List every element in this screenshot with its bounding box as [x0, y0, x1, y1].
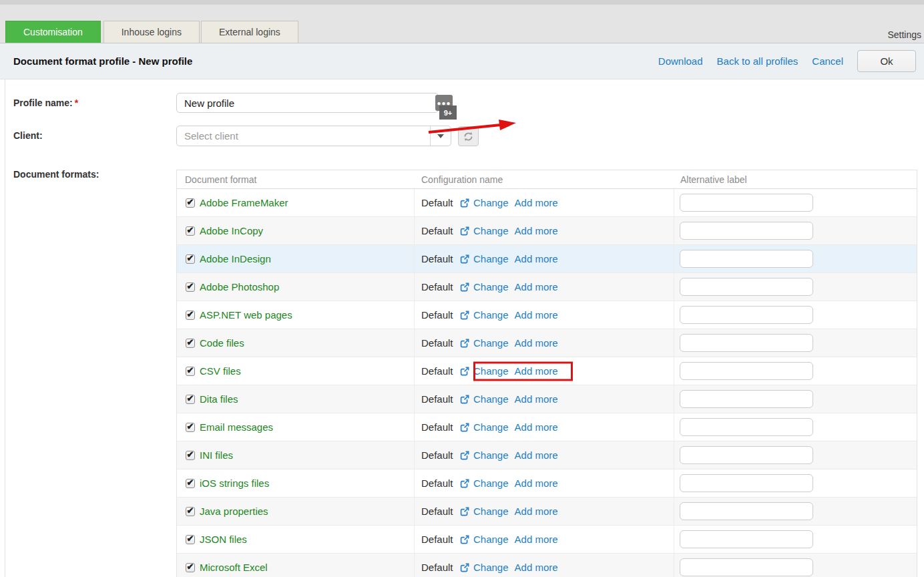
column-header-alternative-label: Alternative label	[674, 174, 917, 185]
external-link-icon[interactable]	[460, 367, 469, 376]
change-link[interactable]: Change	[473, 337, 509, 349]
client-select[interactable]: Select client	[176, 126, 451, 146]
add-more-link[interactable]: Add more	[515, 393, 558, 405]
external-link-icon[interactable]	[460, 479, 469, 488]
external-link-icon[interactable]	[460, 451, 469, 460]
refresh-clients-button[interactable]	[458, 126, 479, 146]
add-more-link[interactable]: Add more	[515, 253, 558, 264]
alternative-label-input[interactable]	[680, 502, 813, 520]
tab-inhouse-logins[interactable]: Inhouse logins	[103, 21, 200, 43]
profile-name-input[interactable]	[176, 93, 439, 113]
add-more-link[interactable]: Add more	[515, 281, 558, 293]
external-link-icon[interactable]	[460, 423, 469, 432]
change-link[interactable]: Change	[473, 225, 509, 236]
configuration-cell: Default Change Add more	[415, 441, 674, 469]
ok-button[interactable]: Ok	[857, 50, 916, 72]
alternative-label-input[interactable]	[680, 250, 813, 268]
format-checkbox[interactable]: ✔	[186, 395, 195, 404]
format-checkbox[interactable]: ✔	[186, 479, 195, 488]
external-link-icon[interactable]	[460, 339, 469, 348]
add-more-link[interactable]: Add more	[515, 449, 558, 461]
format-name-link[interactable]: ASP.NET web pages	[200, 309, 292, 321]
alternative-label-input[interactable]	[680, 558, 813, 576]
format-checkbox[interactable]: ✔	[186, 563, 195, 572]
format-checkbox[interactable]: ✔	[186, 282, 195, 292]
external-link-icon[interactable]	[460, 226, 469, 236]
external-link-icon[interactable]	[460, 198, 469, 208]
add-more-link[interactable]: Add more	[515, 365, 558, 377]
format-name-link[interactable]: Adobe InDesign	[200, 253, 271, 264]
format-checkbox[interactable]: ✔	[186, 451, 195, 460]
external-link-icon[interactable]	[460, 563, 469, 572]
add-more-link[interactable]: Add more	[515, 197, 558, 208]
format-name-link[interactable]: Email messages	[200, 421, 273, 433]
format-checkbox[interactable]: ✔	[186, 198, 195, 208]
client-label: Client:	[13, 130, 43, 141]
add-more-link[interactable]: Add more	[515, 534, 558, 545]
format-name-link[interactable]: iOS strings files	[200, 477, 269, 489]
change-link[interactable]: Change	[473, 506, 509, 517]
alternative-label-input[interactable]	[680, 222, 813, 240]
change-link[interactable]: Change	[473, 309, 509, 321]
alternative-label-input[interactable]	[680, 194, 813, 212]
format-checkbox[interactable]: ✔	[186, 311, 195, 320]
add-more-link[interactable]: Add more	[515, 309, 558, 321]
settings-link[interactable]: Settings	[887, 29, 921, 40]
format-checkbox[interactable]: ✔	[186, 535, 195, 544]
format-name-link[interactable]: Adobe InCopy	[200, 225, 263, 236]
add-more-link[interactable]: Add more	[515, 421, 558, 433]
alternative-label-input[interactable]	[680, 334, 813, 352]
alternative-label-input[interactable]	[680, 418, 813, 436]
format-name-link[interactable]: Adobe FrameMaker	[200, 197, 288, 208]
client-select-arrow-button[interactable]	[430, 126, 451, 146]
format-checkbox[interactable]: ✔	[186, 339, 195, 348]
tab-customisation[interactable]: Customisation	[5, 21, 101, 43]
change-link[interactable]: Change	[473, 421, 509, 433]
change-link[interactable]: Change	[473, 477, 509, 489]
add-more-link[interactable]: Add more	[515, 225, 558, 236]
change-link[interactable]: Change	[473, 197, 509, 208]
add-more-link[interactable]: Add more	[515, 506, 558, 517]
format-name-link[interactable]: JSON files	[200, 534, 247, 545]
format-name-link[interactable]: Code files	[200, 337, 244, 349]
format-name-link[interactable]: INI files	[200, 449, 233, 461]
format-name-link[interactable]: Adobe Photoshop	[200, 281, 279, 293]
format-name-link[interactable]: Dita files	[200, 393, 238, 405]
change-link[interactable]: Change	[473, 365, 509, 377]
change-link[interactable]: Change	[473, 393, 509, 405]
alternative-label-input[interactable]	[680, 446, 813, 464]
alternative-label-input[interactable]	[680, 306, 813, 324]
alternative-label-input[interactable]	[680, 474, 813, 492]
external-link-icon[interactable]	[460, 507, 469, 516]
tab-external-logins[interactable]: External logins	[201, 21, 298, 43]
external-link-icon[interactable]	[460, 535, 469, 544]
external-link-icon[interactable]	[460, 254, 469, 264]
format-checkbox[interactable]: ✔	[186, 423, 195, 432]
external-link-icon[interactable]	[460, 311, 469, 320]
add-more-link[interactable]: Add more	[515, 477, 558, 489]
cancel-link[interactable]: Cancel	[812, 55, 843, 67]
add-more-link[interactable]: Add more	[515, 562, 558, 573]
format-checkbox[interactable]: ✔	[186, 367, 195, 376]
alternative-label-input[interactable]	[680, 362, 813, 380]
format-name-link[interactable]: Java properties	[200, 506, 268, 517]
alternative-label-input[interactable]	[680, 530, 813, 548]
download-link[interactable]: Download	[658, 55, 703, 67]
external-link-icon[interactable]	[460, 395, 469, 404]
change-link[interactable]: Change	[473, 253, 509, 264]
change-link[interactable]: Change	[473, 534, 509, 545]
format-name-link[interactable]: Microsoft Excel	[200, 562, 268, 573]
alternative-label-input[interactable]	[680, 390, 813, 408]
back-to-all-profiles-link[interactable]: Back to all profiles	[717, 55, 798, 67]
change-link[interactable]: Change	[473, 281, 509, 293]
required-marker: *	[75, 98, 78, 108]
alternative-label-input[interactable]	[680, 278, 813, 296]
format-checkbox[interactable]: ✔	[186, 507, 195, 516]
format-name-link[interactable]: CSV files	[200, 365, 241, 377]
format-checkbox[interactable]: ✔	[186, 226, 195, 236]
change-link[interactable]: Change	[473, 449, 509, 461]
add-more-link[interactable]: Add more	[515, 337, 558, 349]
external-link-icon[interactable]	[460, 282, 469, 292]
format-checkbox[interactable]: ✔	[186, 254, 195, 264]
change-link[interactable]: Change	[473, 562, 509, 573]
